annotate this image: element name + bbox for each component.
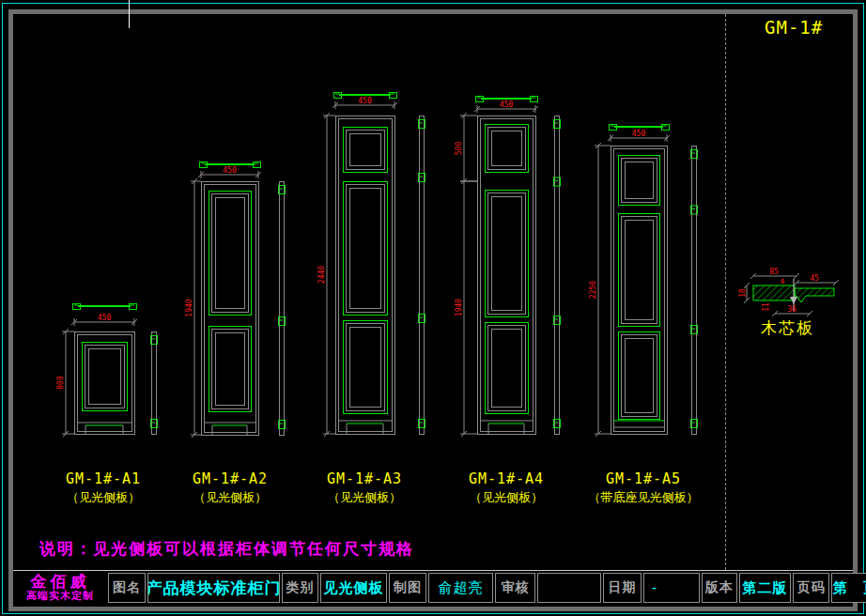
panel-drawing-a4: 4505001940 xyxy=(455,97,561,438)
profile-dim-side: 11 xyxy=(762,302,770,312)
titlebar-category-value: 见光侧板 xyxy=(320,573,387,603)
panel-caption-a2: GM-1#-A2 xyxy=(193,470,268,487)
titlebar-drawing-title: 产品模块标准柜门 xyxy=(147,573,280,603)
profile-dim-mid: 6 xyxy=(781,278,784,285)
height-dim-text: 800 xyxy=(56,376,65,390)
panel-field xyxy=(492,131,522,166)
panel-moulding-mid xyxy=(622,217,657,324)
crosshair-cursor xyxy=(129,0,130,28)
cad-drawing-canvas: 4508004501940450244045050019404502250856… xyxy=(0,0,866,616)
side-elevation-strip xyxy=(692,146,697,435)
width-dim-text: 450 xyxy=(632,130,646,138)
panel-field xyxy=(350,328,381,408)
panel-moulding-mid xyxy=(488,326,526,411)
titlebar-page-value: 第 页 xyxy=(831,573,866,603)
panel-subcaption-a3: （见光侧板） xyxy=(328,489,401,506)
panel-drawing-a1: 450800 xyxy=(56,304,158,438)
titlebar-logo: 金佰威高端实木定制 xyxy=(14,573,106,603)
panel-drawing-a5: 4502250 xyxy=(589,125,698,438)
profile-left-block xyxy=(753,285,795,300)
panel-moulding-mid xyxy=(347,324,385,411)
right-section-divider xyxy=(725,14,726,570)
height-dim-text: 2440 xyxy=(317,266,326,284)
panel-drawing-a3: 4502440 xyxy=(317,93,425,438)
profile-right-piece xyxy=(795,288,834,302)
cad-sheet: 4508004501940450244045050019404502250856… xyxy=(0,0,866,616)
panel-moulding-mid xyxy=(622,159,657,203)
panel-moulding-mid xyxy=(212,330,249,409)
sheet-title: GM-1# xyxy=(765,17,823,38)
panel-field xyxy=(350,134,381,166)
titlebar-reviewer-label: 审核 xyxy=(495,573,535,603)
panel-outer-frame xyxy=(611,146,668,435)
panel-moulding-mid xyxy=(622,335,657,417)
panel-moulding-mid xyxy=(347,185,385,313)
titlebar-reviewer-value xyxy=(537,573,601,603)
board-profile-drawing: 85645361118 xyxy=(738,268,839,316)
side-elevation-strip xyxy=(280,182,285,436)
panel-subcaption-a1: （见光侧板） xyxy=(67,489,140,506)
title-block: 金佰威高端实木定制图名产品模块标准柜门类别见光侧板制图俞超亮审核日期-版本第二版… xyxy=(13,570,853,604)
width-dim-text: 450 xyxy=(98,314,112,322)
side-elevation-strip xyxy=(420,116,425,435)
panel-caption-a4: GM-1#-A4 xyxy=(469,470,544,487)
profile-dim-left: 18 xyxy=(738,288,747,298)
panel-moulding-mid xyxy=(347,131,385,170)
panel-drawing-a2: 4501940 xyxy=(185,162,286,439)
height-dim-text: 1940 xyxy=(455,299,463,316)
panel-moulding-mid xyxy=(85,346,125,408)
titlebar-version-label: 版本 xyxy=(702,573,737,603)
panel-field xyxy=(216,198,245,309)
panel-outer-frame xyxy=(478,116,536,435)
panel-subcaption-a4: （见光侧板） xyxy=(470,489,543,506)
width-dim-text: 450 xyxy=(358,97,372,105)
side-elevation-strip xyxy=(555,116,560,435)
logo-line1: 金佰威 xyxy=(31,574,90,590)
panel-field xyxy=(492,330,522,408)
panel-moulding-mid xyxy=(488,193,526,315)
panel-caption-a1: GM-1#-A1 xyxy=(66,470,141,487)
panel-field xyxy=(626,162,654,199)
titlebar-category-label: 类别 xyxy=(282,573,318,603)
profile-label: 木芯板 xyxy=(761,317,814,339)
height-dim-text: 500 xyxy=(455,142,463,156)
panel-subcaption-a5: （带底座见光侧板） xyxy=(589,489,699,506)
panel-moulding-mid xyxy=(488,128,526,170)
height-dim-text: 1940 xyxy=(185,299,193,316)
panel-field xyxy=(626,221,654,320)
note-text: 说明：见光侧板可以根据柜体调节任何尺寸规格 xyxy=(39,538,414,560)
titlebar-version-value: 第二版 xyxy=(739,573,791,603)
panel-outer-frame xyxy=(75,332,135,435)
titlebar-page-label: 页码 xyxy=(793,573,829,603)
titlebar-drafter-label: 制图 xyxy=(389,573,426,603)
panel-field xyxy=(626,339,654,413)
panel-subcaption-a2: （见光侧板） xyxy=(193,489,267,506)
height-dim-text: 2250 xyxy=(589,281,597,299)
panel-outer-frame xyxy=(336,116,395,435)
panel-field xyxy=(216,333,245,406)
panel-field xyxy=(350,189,381,309)
width-dim-text: 450 xyxy=(223,166,237,175)
titlebar-date-value: - xyxy=(643,573,700,603)
titlebar-title-label: 图名 xyxy=(108,573,146,603)
panel-field xyxy=(89,349,121,405)
width-dim-text: 450 xyxy=(500,100,514,109)
profile-dim-top: 85 xyxy=(769,268,779,276)
profile-dim-right: 45 xyxy=(810,274,819,283)
panel-moulding-mid xyxy=(212,194,249,313)
titlebar-drafter-value: 俞超亮 xyxy=(428,573,493,603)
profile-dim-bottom: 36 xyxy=(787,305,796,314)
logo-line2: 高端实木定制 xyxy=(26,590,94,602)
titlebar-date-label: 日期 xyxy=(603,573,642,603)
panel-field xyxy=(492,197,522,311)
panel-caption-a5: GM-1#-A5 xyxy=(606,470,681,487)
panel-caption-a3: GM-1#-A3 xyxy=(327,470,402,487)
